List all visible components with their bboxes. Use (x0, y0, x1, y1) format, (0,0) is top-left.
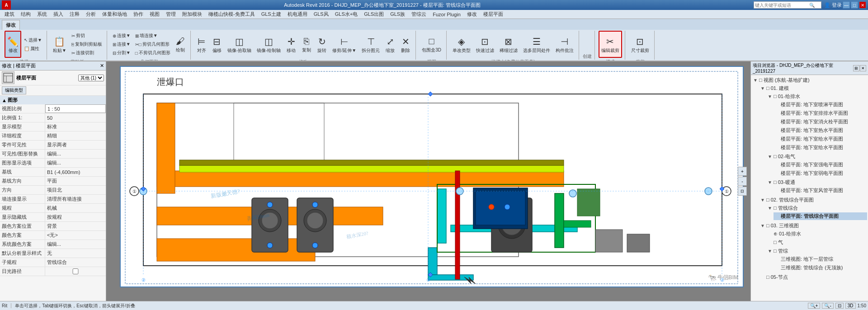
cut-button[interactable]: ✂剪切 (70, 32, 104, 40)
tree-node-row-nodes[interactable]: □ 05-节点 (759, 273, 867, 281)
tree-node-row-e1[interactable]: 楼层平面: 地下室强电平面图 (774, 161, 867, 169)
offset-button[interactable]: ⊟ 偏移 (210, 31, 224, 58)
zoom-fit-button[interactable]: ⊡ (738, 187, 747, 196)
tree-node-row-d3[interactable]: 楼层平面: 地下室消火栓平面图 (774, 118, 867, 126)
property-button[interactable]: 📋属性 (22, 45, 44, 53)
narrow-filter-button[interactable]: ⊠ 稀细过滤 (497, 31, 520, 58)
close-button[interactable]: ✕ (859, 1, 866, 9)
tree-node-row-p1[interactable]: 三维视图: 地下一层管综 (774, 255, 867, 263)
menu-item-GLS水+电[interactable]: GLS水+电 (332, 10, 360, 19)
connect-button[interactable]: ⊕连接▼ (111, 32, 132, 40)
menu-item-插入[interactable]: 插入 (51, 10, 66, 19)
maximize-button[interactable]: □ (851, 1, 858, 9)
cut-geo-button[interactable]: ✂□剪切几何图形 (133, 40, 172, 48)
tree-node-row-d5[interactable]: 楼层平面: 地下室给水平面图 (774, 135, 867, 143)
paint-button[interactable]: 🖌 绘制 (173, 31, 188, 58)
menu-item-分析[interactable]: 分析 (83, 10, 99, 19)
mirror-draw-button[interactable]: ◫ 镜像-绘制轴 (255, 31, 283, 58)
tree-node-row-views[interactable]: ▼□ 视图 (东航-基地扩建) (752, 76, 867, 84)
tree-node-row-d1[interactable]: 楼层平面: 地下室喷淋平面图 (774, 101, 867, 108)
menu-item-体量和场地[interactable]: 体量和场地 (99, 10, 130, 19)
canvas-area[interactable]: + - ⊡ 泄爆口 ① ① (106, 61, 750, 301)
tree-node-row-h1[interactable]: 楼层平面: 地下室风管平面图 (774, 187, 867, 194)
join-button[interactable]: ⊞连接▼ (111, 40, 132, 48)
bbox3d-button[interactable]: □ 包围盒3D (420, 31, 443, 58)
search-icon[interactable]: 🔍 (808, 3, 816, 8)
mirror-axis-button[interactable]: ◫ 镜像-拾取轴 (225, 31, 254, 58)
tree-node-row-d4[interactable]: 楼层平面: 地下室热水平面图 (774, 127, 867, 134)
tree-node-row-pipe3d[interactable]: ▼□ 管综 (766, 247, 867, 255)
menu-item-附加模块[interactable]: 附加模块 (179, 10, 205, 19)
rotate-button[interactable]: ↻ 旋转 (315, 31, 329, 58)
delete-button[interactable]: ✕ 删除 (398, 31, 413, 58)
zoom-out-status-button[interactable]: 🔍- (822, 303, 833, 309)
close-right-panel-button[interactable]: ✕ (860, 65, 866, 71)
single-type-button[interactable]: ◈ 单改类型 (450, 31, 473, 58)
drawing-canvas[interactable]: 泄爆口 ① ① (120, 66, 744, 287)
menu-item-注释[interactable]: 注释 (67, 10, 82, 19)
edit-type-button[interactable]: 编辑类型 (2, 86, 26, 94)
tree-node-row-d6[interactable]: 楼层平面: 地下室给水平面图 (774, 144, 867, 151)
modify-button[interactable]: ✏️ 修改 (5, 31, 21, 58)
menu-item-橄榄山快模-免费工具[interactable]: 橄榄山快模-免费工具 (206, 10, 258, 19)
zoom-in-status-button[interactable]: 🔍+ (808, 303, 821, 309)
instance-dropdown[interactable]: 其他 (1) (78, 75, 104, 81)
zoom-out-button[interactable]: - (738, 177, 747, 186)
menu-item-协作[interactable]: 协作 (131, 10, 146, 19)
menu-item-管理[interactable]: 管理 (163, 10, 179, 19)
separate-button[interactable]: ⊟分割▼ (111, 49, 132, 57)
tree-node-row-e2[interactable]: 楼层平面: 地下室弱电平面图 (774, 169, 867, 177)
wall-join-button[interactable]: ⊠墙连接▼ (133, 32, 172, 40)
tree-node-row-hvac[interactable]: ▼□ 03-暖通 (766, 178, 867, 186)
tree-node-row-elec[interactable]: ▼□ 02-电气 (766, 153, 867, 160)
select-button[interactable]: ↖选择▼ (22, 36, 44, 44)
tree-node-row-d2[interactable]: 楼层平面: 地下室排排水平面图 (774, 109, 867, 117)
search-box[interactable]: 🔍 (754, 1, 821, 9)
tree-node-row-m1[interactable]: 楼层平面: 管线综合平面图 (774, 212, 867, 220)
search-input[interactable] (754, 3, 808, 8)
paste-button[interactable]: 📋 粘贴▼ (51, 31, 69, 58)
close-left-panel-button[interactable]: ✕ (100, 63, 104, 69)
tab-modify[interactable]: 修改 (2, 20, 20, 30)
copy-button[interactable]: ⎘复制到剪贴板 (70, 40, 104, 48)
uncut-geo-button[interactable]: □不剪切几何图形 (133, 49, 172, 57)
minimize-button[interactable]: — (843, 1, 850, 9)
menu-item-GLS出图[interactable]: GLS出图 (361, 10, 387, 19)
menu-item-GLS族[interactable]: GLS族 (387, 10, 408, 19)
align-button[interactable]: ⊨ 对齐 (194, 31, 209, 58)
undock-button[interactable]: ⊞ (853, 65, 859, 71)
size-cut-button[interactable]: ⊡ 尺寸裁剪 (629, 31, 651, 58)
edit-cut-button[interactable]: ✂ 编辑裁剪 (599, 31, 622, 58)
tree-node-row-3d[interactable]: ▼□ 03. 三维视图 (759, 222, 867, 230)
menu-item-修改[interactable]: 修改 (464, 10, 480, 19)
prop-checkbox[interactable] (47, 268, 104, 274)
prop-value[interactable]: 1 : 50 (45, 104, 106, 113)
menu-item-FuzorPlugin[interactable]: Fuzor Plugin (430, 11, 463, 18)
tree-node-row-mep[interactable]: ▼□ 管线综合 (766, 204, 867, 212)
tree-node-row-drain[interactable]: ▼□ 01-给排水 (766, 93, 867, 100)
tree-node-row-mep_combined[interactable]: ▼□ 02. 管线综合平面图 (759, 196, 867, 204)
copy2-button[interactable]: ⎘ 复制 (299, 31, 314, 58)
trim-button[interactable]: ⊢ 修剪/延伸▼ (330, 31, 359, 58)
menu-item-楼层平面[interactable]: 楼层平面 (481, 10, 506, 19)
user-icon[interactable]: 👤 登录 (824, 2, 842, 9)
tree-node-row-arch[interactable]: ▼□ 01. 建模 (759, 85, 867, 92)
tree-node-row-drain3d[interactable]: ⊕ 01-给排水 (766, 230, 867, 238)
menu-item-建筑[interactable]: 建筑 (2, 10, 17, 19)
menu-item-GLS风[interactable]: GLS风 (311, 10, 331, 19)
menu-item-结构[interactable]: 结构 (18, 10, 33, 19)
tree-node-row-hvac3d[interactable]: □ 气 (766, 239, 867, 246)
menu-item-视图[interactable]: 视图 (147, 10, 162, 19)
struct-attach-button[interactable]: ⊣ 构件批注 (553, 31, 576, 58)
menu-item-系统[interactable]: 系统 (34, 10, 50, 19)
scale-button[interactable]: ⤢ 缩放 (383, 31, 397, 58)
menu-item-管综云[interactable]: 管综云 (409, 10, 429, 19)
fast-filter-button[interactable]: ⊡ 快速过滤 (474, 31, 496, 58)
zoom-in-button[interactable]: + (738, 167, 747, 176)
connect-cut-button[interactable]: ✂连接切割 (70, 49, 104, 57)
menu-item-GLS土建[interactable]: GLS土建 (259, 10, 284, 19)
drawing-svg[interactable]: 泄爆口 ① ① (121, 67, 743, 287)
move-button[interactable]: ✛ 移动 (284, 31, 298, 58)
split-button[interactable]: ⊤ 拆分图元 (359, 31, 382, 58)
fit-view-button[interactable]: ⊡ (835, 303, 844, 309)
